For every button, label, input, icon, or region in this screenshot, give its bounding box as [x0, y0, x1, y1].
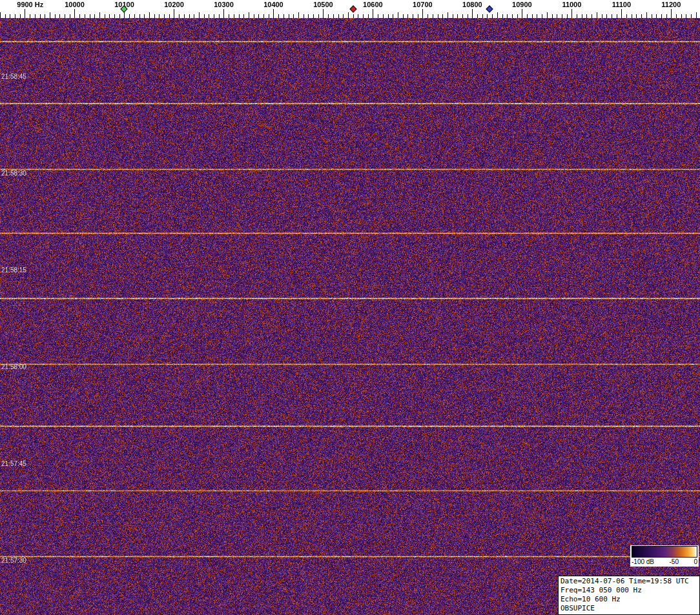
waterfall-display[interactable] [0, 18, 700, 615]
time-label: 21:57:30 [1, 557, 26, 564]
intensity-scale: -100 dB -50 0 [630, 545, 699, 567]
time-label: 21:58:15 [1, 267, 26, 274]
legend-min-label: -100 dB [632, 558, 654, 566]
time-label: 21:57:45 [1, 460, 26, 467]
info-date-line: Date=2014-07-06 Time=19:58 UTC [561, 577, 697, 586]
info-freq-line: Freq=143 050 000 Hz [561, 586, 697, 595]
legend-mid-label: -50 [670, 558, 679, 566]
frequency-ruler[interactable] [0, 0, 700, 18]
intensity-gradient [632, 546, 697, 558]
waterfall-area: 21:58:4521:58:3021:58:1521:58:0021:57:45… [0, 18, 700, 615]
intensity-scale-labels: -100 dB -50 0 [632, 558, 697, 566]
spectrogram-window: 21:58:4521:58:3021:58:1521:58:0021:57:45… [0, 0, 700, 615]
time-label: 21:58:45 [1, 73, 26, 80]
info-echo-line: Echo=10 600 Hz [561, 595, 697, 604]
info-station-line: OBSUPICE [561, 604, 697, 613]
legend-max-label: 0 [694, 558, 697, 566]
time-label: 21:58:30 [1, 170, 26, 177]
time-label: 21:58:00 [1, 363, 26, 370]
status-info-box: Date=2014-07-06 Time=19:58 UTC Freq=143 … [558, 576, 700, 615]
